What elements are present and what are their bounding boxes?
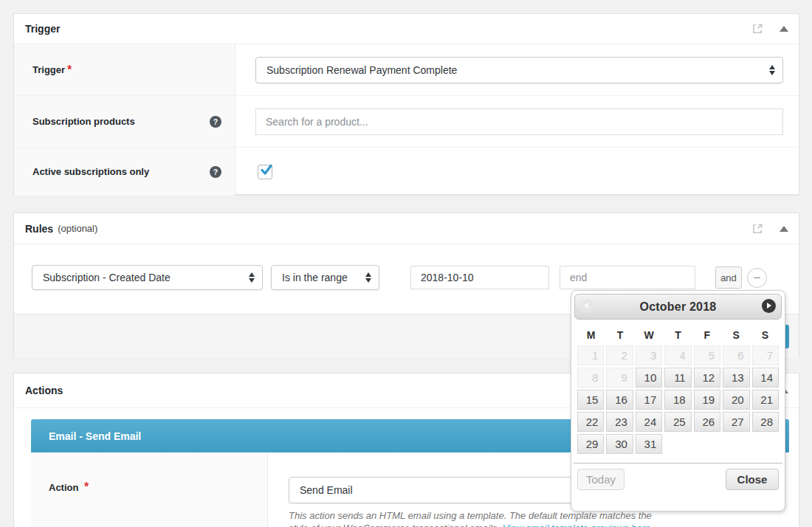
trigger-metabox-header: Trigger bbox=[14, 14, 799, 44]
rule-field-select-value: Subscription - Created Date bbox=[43, 272, 171, 283]
trigger-select[interactable]: Subscription Renewal Payment Complete bbox=[255, 57, 783, 83]
email-template-preview-link[interactable]: View email template previews here. bbox=[503, 523, 653, 527]
calendar-day[interactable]: 20 bbox=[723, 390, 749, 410]
rules-optional-label: (optional) bbox=[58, 223, 97, 234]
calendar-grid: 1234567891011121314151617181920212223242… bbox=[574, 345, 782, 454]
weekday-label: M bbox=[577, 329, 605, 341]
workflow-editor-screen: Trigger Trigger * Subscription Renewal P… bbox=[0, 0, 812, 527]
calendar-day[interactable]: 21 bbox=[752, 390, 779, 410]
weekday-label: S bbox=[751, 329, 780, 341]
required-asterisk: * bbox=[84, 480, 89, 493]
datepicker-title: October 2018 bbox=[640, 300, 717, 314]
calendar-day[interactable]: 28 bbox=[752, 412, 779, 432]
action-description: This action sends an HTML email using a … bbox=[289, 509, 798, 527]
calendar-day[interactable]: 23 bbox=[606, 412, 633, 432]
close-button[interactable]: Close bbox=[726, 469, 779, 490]
collapse-panel-icon[interactable] bbox=[780, 26, 788, 32]
subscription-products-label: Subscription products bbox=[32, 116, 135, 127]
calendar-day[interactable]: 11 bbox=[664, 368, 691, 388]
calendar-day: 3 bbox=[636, 345, 662, 365]
calendar-day[interactable]: 24 bbox=[636, 412, 662, 432]
trigger-metabox: Trigger Trigger * Subscription Renewal P… bbox=[13, 13, 799, 195]
rule-and-button[interactable]: and bbox=[715, 266, 742, 289]
action-select-value: Send Email bbox=[300, 484, 353, 496]
select-stepper-icon bbox=[249, 272, 255, 283]
calendar-day: 1 bbox=[577, 345, 604, 365]
weekday-label: T bbox=[605, 329, 634, 341]
calendar-day: 8 bbox=[577, 368, 604, 388]
calendar-day[interactable]: 27 bbox=[723, 412, 749, 432]
select-stepper-icon bbox=[365, 272, 372, 283]
calendar-day[interactable]: 25 bbox=[664, 412, 691, 432]
active-subscriptions-row: Active subscriptions only ? bbox=[14, 147, 799, 196]
rule-operator-select-value: Is in the range bbox=[282, 272, 348, 283]
calendar-day[interactable]: 26 bbox=[694, 412, 720, 432]
calendar-day[interactable]: 15 bbox=[577, 390, 604, 410]
rule-and-button-label: and bbox=[720, 272, 737, 283]
calendar-day: 5 bbox=[694, 345, 720, 365]
rule-operator-select[interactable]: Is in the range bbox=[271, 265, 379, 290]
rule-remove-button[interactable]: − bbox=[747, 268, 767, 288]
calendar-day: 6 bbox=[723, 345, 749, 365]
required-asterisk: * bbox=[67, 63, 72, 77]
trigger-select-value: Subscription Renewal Payment Complete bbox=[266, 64, 457, 76]
action-header-label: Email - Send Email bbox=[49, 430, 141, 442]
active-subscriptions-label: Active subscriptions only bbox=[32, 166, 149, 177]
help-icon[interactable]: ? bbox=[210, 116, 221, 128]
today-button: Today bbox=[577, 469, 625, 490]
external-link-icon bbox=[751, 23, 763, 35]
actions-metabox-title: Actions bbox=[25, 385, 63, 396]
calendar-day: 4 bbox=[664, 345, 691, 365]
chevron-right-icon bbox=[767, 303, 771, 309]
weekday-label: F bbox=[692, 329, 721, 341]
calendar-day[interactable]: 31 bbox=[636, 434, 662, 454]
weekday-label: S bbox=[721, 329, 750, 341]
calendar-day: 2 bbox=[606, 345, 633, 365]
trigger-field-label: Trigger bbox=[32, 64, 65, 75]
help-icon[interactable]: ? bbox=[210, 166, 221, 178]
calendar-day[interactable]: 29 bbox=[577, 434, 604, 454]
calendar-day[interactable]: 19 bbox=[694, 390, 720, 410]
trigger-metabox-title: Trigger bbox=[25, 23, 60, 35]
rule-date-to-input[interactable] bbox=[560, 266, 695, 289]
subscription-products-row: Subscription products ? bbox=[14, 95, 799, 147]
calendar-day[interactable]: 10 bbox=[636, 368, 662, 388]
expand-panel-button[interactable] bbox=[751, 23, 763, 35]
select-stepper-icon bbox=[769, 65, 776, 75]
weekday-label: T bbox=[664, 329, 692, 341]
weekday-label: W bbox=[635, 329, 664, 341]
weekday-header: MTWTFSS bbox=[574, 320, 782, 345]
expand-panel-button[interactable] bbox=[751, 223, 763, 235]
calendar-day[interactable]: 12 bbox=[694, 368, 720, 388]
calendar-day[interactable]: 17 bbox=[636, 390, 662, 410]
active-subscriptions-checkbox[interactable] bbox=[258, 165, 272, 179]
chevron-left-icon bbox=[584, 303, 588, 309]
rule-date-from-input[interactable] bbox=[410, 266, 549, 289]
action-label-cell: Action * bbox=[31, 452, 268, 527]
calendar-day[interactable]: 18 bbox=[664, 390, 691, 410]
rule-field-select[interactable]: Subscription - Created Date bbox=[32, 265, 263, 290]
prev-month-button bbox=[580, 299, 594, 313]
subscription-products-label-cell: Subscription products ? bbox=[14, 96, 235, 147]
trigger-field-label-cell: Trigger * bbox=[14, 44, 235, 95]
active-subscriptions-label-cell: Active subscriptions only ? bbox=[14, 148, 235, 196]
action-description-line2: style of your WooCommerce transactional … bbox=[289, 523, 503, 527]
product-search-input[interactable] bbox=[255, 108, 783, 135]
calendar-day[interactable]: 16 bbox=[606, 390, 633, 410]
datepicker-footer: Today Close bbox=[574, 463, 782, 490]
minus-icon: − bbox=[754, 272, 761, 284]
calendar-day[interactable]: 13 bbox=[723, 368, 749, 388]
calendar-day[interactable]: 14 bbox=[752, 368, 779, 388]
action-description-line1: This action sends an HTML email using a … bbox=[289, 510, 652, 521]
calendar-day[interactable]: 30 bbox=[606, 434, 633, 454]
calendar-day[interactable]: 22 bbox=[577, 412, 604, 432]
action-field-label: Action bbox=[49, 482, 78, 493]
calendar-day: 7 bbox=[752, 345, 779, 365]
datepicker-header: October 2018 bbox=[574, 294, 782, 320]
trigger-row: Trigger * Subscription Renewal Payment C… bbox=[14, 44, 799, 95]
collapse-panel-icon[interactable] bbox=[780, 226, 788, 232]
datepicker: October 2018 MTWTFSS 1234567891011121314… bbox=[571, 290, 785, 512]
rules-metabox-header: Rules (optional) bbox=[14, 213, 799, 244]
next-month-button[interactable] bbox=[762, 299, 776, 313]
external-link-icon bbox=[751, 223, 763, 235]
